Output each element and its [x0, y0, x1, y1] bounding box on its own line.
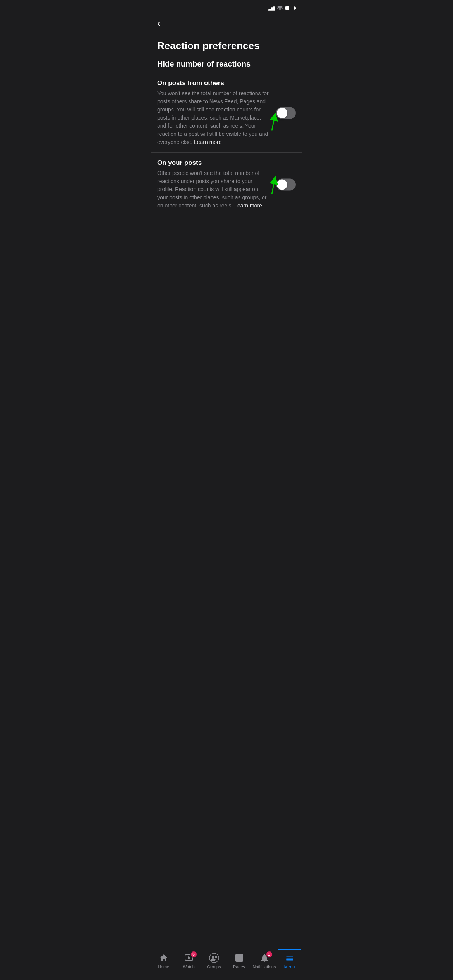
status-bar	[151, 0, 302, 14]
wifi-icon	[277, 6, 283, 10]
signal-icon	[268, 5, 275, 11]
green-arrow-2	[264, 176, 280, 196]
posts-from-others-item: On posts from others You won't see the t…	[151, 73, 302, 153]
your-posts-title: On your posts	[157, 159, 296, 167]
section-header: Hide number of reactions	[151, 57, 302, 73]
learn-more-link-2[interactable]: Learn more	[234, 202, 262, 209]
svg-line-1	[272, 180, 275, 194]
battery-icon	[285, 6, 296, 10]
posts-from-others-title: On posts from others	[157, 79, 296, 87]
svg-line-0	[272, 117, 275, 130]
learn-more-link-1[interactable]: Learn more	[194, 139, 222, 145]
your-posts-item: On your posts Other people won't see the…	[151, 153, 302, 216]
green-arrow-1	[264, 113, 280, 132]
back-button[interactable]: ‹	[151, 14, 302, 32]
page-title: Reaction preferences	[151, 32, 302, 57]
back-chevron-icon: ‹	[157, 19, 160, 28]
